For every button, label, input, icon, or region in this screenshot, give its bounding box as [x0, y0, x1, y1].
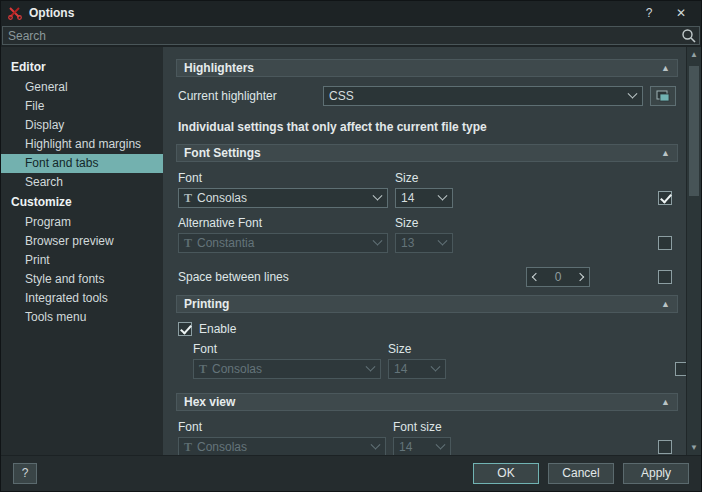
line-space-stepper: 0	[526, 267, 590, 287]
hexview-override-checkbox[interactable]	[658, 440, 672, 454]
scrollbar-thumb[interactable]	[689, 66, 699, 196]
chevron-down-icon	[373, 235, 383, 245]
alt-font-override-checkbox[interactable]	[658, 236, 672, 250]
hexview-font-dropdown: T Consolas	[178, 437, 386, 455]
app-icon	[7, 5, 23, 21]
section-header-printing[interactable]: Printing ▲	[176, 295, 678, 313]
font-family-icon: T	[199, 362, 207, 377]
printing-override-checkbox[interactable]	[675, 362, 686, 376]
hexview-font-size-label: Font size	[393, 420, 442, 434]
printing-font-label: Font	[193, 342, 388, 356]
collapse-arrow-icon: ▲	[661, 398, 670, 407]
help-button[interactable]: ?	[13, 463, 37, 484]
printing-font-dropdown: T Consolas	[193, 359, 381, 379]
section-header-highlighters[interactable]: Highlighters ▲	[176, 59, 678, 77]
font-value: Consolas	[197, 191, 247, 205]
font-size-value: 14	[401, 191, 414, 205]
ok-button[interactable]: OK	[473, 463, 539, 484]
chevron-down-icon	[628, 88, 638, 98]
section-title-printing: Printing	[184, 297, 229, 311]
chevron-down-icon	[438, 235, 448, 245]
chevron-left-icon	[532, 273, 540, 281]
search-bar	[1, 25, 701, 47]
font-family-icon: T	[184, 236, 192, 251]
line-space-override-checkbox[interactable]	[658, 270, 672, 284]
line-space-value: 0	[545, 270, 571, 284]
sidebar-item-tools-menu[interactable]: Tools menu	[1, 308, 163, 327]
sidebar-item-highlight-and-margins[interactable]: Highlight and margins	[1, 135, 163, 154]
sidebar: Editor General File Display Highlight an…	[1, 47, 163, 455]
space-between-lines-label: Space between lines	[178, 270, 526, 284]
hexview-font-value: Consolas	[197, 440, 247, 454]
chevron-down-icon	[431, 361, 441, 371]
sidebar-item-print[interactable]: Print	[1, 251, 163, 270]
font-size-dropdown[interactable]: 14	[395, 188, 453, 208]
current-highlighter-value: CSS	[329, 89, 354, 103]
sidebar-item-general[interactable]: General	[1, 78, 163, 97]
section-title-highlighters: Highlighters	[184, 61, 254, 75]
hexview-font-label: Font	[178, 420, 393, 434]
chevron-down-icon	[438, 190, 448, 200]
scroll-down-icon[interactable]: ▼	[687, 440, 701, 455]
sidebar-item-browser-preview[interactable]: Browser preview	[1, 232, 163, 251]
edit-highlighter-button[interactable]	[650, 86, 676, 106]
close-button[interactable]: ✕	[667, 3, 695, 23]
printing-size-dropdown: 14	[388, 359, 446, 379]
sidebar-item-style-and-fonts[interactable]: Style and fonts	[1, 270, 163, 289]
printing-size-label: Size	[388, 342, 411, 356]
chevron-right-icon	[576, 273, 584, 281]
printing-size-value: 14	[394, 362, 407, 376]
section-header-font-settings[interactable]: Font Settings ▲	[176, 144, 678, 162]
titlebar-help-button[interactable]: ?	[635, 3, 663, 23]
search-input[interactable]	[2, 26, 700, 45]
apply-button[interactable]: Apply	[623, 463, 689, 484]
sidebar-item-font-and-tabs[interactable]: Font and tabs	[1, 154, 163, 173]
section-title-font-settings: Font Settings	[184, 146, 261, 160]
chevron-down-icon	[371, 439, 381, 449]
collapse-arrow-icon: ▲	[661, 64, 670, 73]
font-label: Font	[178, 171, 395, 185]
font-dropdown[interactable]: T Consolas	[178, 188, 388, 208]
alternative-font-value: Constantia	[197, 236, 254, 250]
options-window: Options ? ✕ Editor General File Display …	[0, 0, 702, 492]
scrollbar-track[interactable]	[687, 62, 701, 440]
font-family-icon: T	[184, 191, 192, 206]
font-override-checkbox[interactable]	[658, 191, 672, 205]
sidebar-section-customize: Customize	[1, 192, 163, 213]
alt-size-label: Size	[395, 216, 418, 230]
current-highlighter-dropdown[interactable]: CSS	[323, 86, 643, 106]
title-bar: Options ? ✕	[1, 1, 701, 25]
vertical-scrollbar[interactable]: ▲ ▼	[686, 47, 701, 455]
collapse-arrow-icon: ▲	[661, 149, 670, 158]
palette-icon	[656, 90, 670, 102]
section-title-hex-view: Hex view	[184, 395, 235, 409]
size-label: Size	[395, 171, 418, 185]
sidebar-item-display[interactable]: Display	[1, 116, 163, 135]
section-header-hex-view[interactable]: Hex view ▲	[176, 393, 678, 411]
stepper-increment-button[interactable]	[571, 268, 589, 286]
hexview-font-size-value: 14	[399, 440, 412, 454]
sidebar-item-search[interactable]: Search	[1, 173, 163, 192]
stepper-decrement-button[interactable]	[527, 268, 545, 286]
collapse-arrow-icon: ▲	[661, 300, 670, 309]
printing-enable-checkbox[interactable]	[178, 322, 192, 336]
font-family-icon: T	[184, 440, 192, 455]
alternative-font-label: Alternative Font	[178, 216, 395, 230]
hexview-font-size-dropdown: 14	[393, 437, 451, 455]
individual-settings-note: Individual settings that only affect the…	[178, 120, 676, 134]
sidebar-section-editor: Editor	[1, 57, 163, 78]
settings-panel: Highlighters ▲ Current highlighter CSS	[163, 47, 686, 455]
sidebar-item-program[interactable]: Program	[1, 213, 163, 232]
sidebar-item-integrated-tools[interactable]: Integrated tools	[1, 289, 163, 308]
window-title: Options	[29, 6, 74, 20]
chevron-down-icon	[366, 361, 376, 371]
chevron-down-icon	[436, 439, 446, 449]
alternative-font-size-value: 13	[401, 236, 414, 250]
chevron-down-icon	[373, 190, 383, 200]
search-icon	[681, 28, 696, 43]
cancel-button[interactable]: Cancel	[548, 463, 614, 484]
printing-font-value: Consolas	[212, 362, 262, 376]
sidebar-item-file[interactable]: File	[1, 97, 163, 116]
alternative-font-dropdown: T Constantia	[178, 233, 388, 253]
scroll-up-icon[interactable]: ▲	[687, 47, 701, 62]
